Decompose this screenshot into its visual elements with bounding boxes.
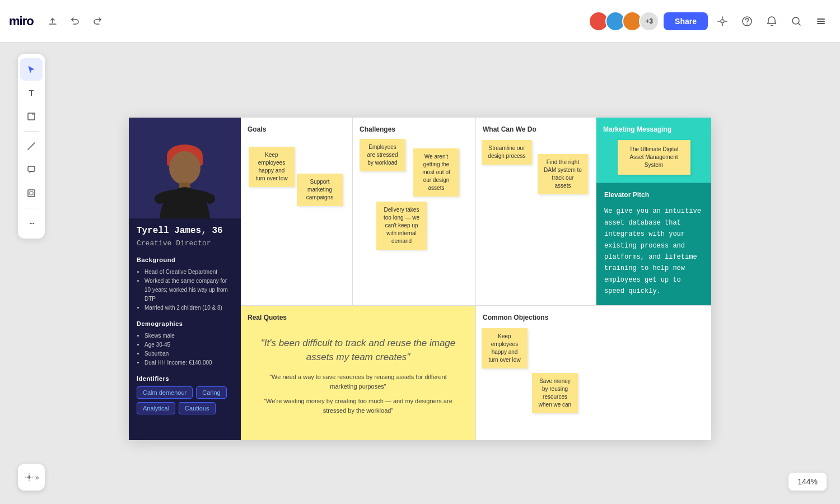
line-tool[interactable] [20,135,43,157]
objections-sticky-2: Save money by reusing resources when we … [532,373,578,413]
goals-section: Goals Keep employees happy and turn over… [241,118,353,305]
supporting-quote-1: "We need a way to save resources by reus… [256,372,460,392]
goals-sticky-2-text: Support marketing campaigns [306,179,333,200]
menu-icon-button[interactable] [811,11,831,31]
quotes-title: Real Quotes [248,314,469,321]
whatcando-title: What Can We Do [483,125,589,133]
challenges-sticky-3: Delivery takes too long — we can't keep … [376,202,427,250]
elevator-pitch-title: Elevator Pitch [604,191,703,199]
common-objections-section: Common Objections Keep employees happy a… [476,306,596,440]
real-quotes-section: Real Quotes "It's been difficult to trac… [241,306,476,440]
svg-rect-4 [817,18,825,20]
frame-tool[interactable] [20,182,43,204]
avatar-group: +3 [589,11,659,31]
svg-point-2 [746,24,748,25]
persona-info: Tyrell James, 36 Creative Director Backg… [129,218,241,421]
toolbar-right: +3 Share [589,11,831,31]
left-tools-panel: T ··· [18,54,45,239]
miro-logo: miro [9,14,34,29]
tag-cautious: Cautious [179,402,215,414]
demographics-list: Skews male Age 30-45 Suburban Dual HH In… [137,332,233,367]
elevator-pitch-text: We give you an intuitive asset database … [604,206,703,297]
marketing-messaging: Marketing Messaging The Ultimate Digital… [596,118,711,183]
svg-point-0 [721,20,724,23]
sticky-tool[interactable] [20,105,43,128]
identifiers-title: Identifiers [137,375,233,382]
demographics-item: Dual HH Income: €140.000 [144,358,233,367]
demographics-item: Skews male [144,332,233,340]
svg-rect-6 [817,23,825,24]
persona-photo [129,118,241,218]
svg-rect-9 [28,190,35,197]
goals-sticky-1: Keep employees happy and turn over low [249,147,295,187]
goals-sticky-2: Support marketing campaigns [297,174,343,206]
persona-card: Tyrell James, 36 Creative Director Backg… [129,118,241,440]
persona-name: Tyrell James, 36 [137,225,233,237]
goals-sticky-1-text: Keep employees happy and turn over low [255,152,287,181]
board-bottom-row: Real Quotes "It's been difficult to trac… [241,306,711,440]
expand-button[interactable]: » [18,464,45,491]
demographics-title: Demographics [137,320,233,327]
board: Tyrell James, 36 Creative Director Backg… [129,118,711,440]
whatcando-section: What Can We Do Streamline our design pro… [476,118,596,305]
challenges-section: Challenges Employees are stressed by wor… [353,118,476,305]
background-title: Background [137,256,233,263]
share-button[interactable]: Share [664,12,708,30]
tool-divider [24,131,39,132]
svg-rect-7 [28,113,35,120]
zoom-level: 144% [797,477,818,486]
goals-title: Goals [248,125,346,133]
svg-rect-5 [817,21,825,22]
background-item: Head of Creative Department [144,268,233,277]
cursor-tool[interactable] [20,58,43,81]
canvas-area: Tyrell James, 36 Creative Director Backg… [0,43,840,504]
redo-button[interactable] [87,11,108,31]
demographics-item: Age 30-45 [144,340,233,349]
challenges-sticky-1: Employees are stressed by workload [360,139,405,171]
challenges-title: Challenges [360,125,469,133]
undo-button[interactable] [65,11,85,31]
persona-tags: Calm demenour Caring Analytical Cautious [137,386,233,414]
whatcando-sticky-1: Streamline our design process [482,140,532,165]
svg-rect-10 [30,192,33,195]
objections-title: Common Objections [483,314,590,321]
marketing-title: Marketing Messaging [603,125,704,133]
svg-point-14 [169,151,200,185]
persona-title: Creative Director [137,239,233,248]
elevator-pitch: Elevator Pitch We give you an intuitive … [596,183,711,305]
svg-point-3 [792,17,799,24]
filter-icon-button[interactable] [712,11,732,31]
challenges-sticky-2: We aren't getting the most out of our de… [413,148,459,197]
search-icon-button[interactable] [786,11,806,31]
upload-button[interactable] [43,11,63,31]
board-top-row: Goals Keep employees happy and turn over… [241,118,711,305]
text-tool[interactable]: T [20,82,43,104]
demographics-item: Suburban [144,349,233,358]
tag-calm: Calm demenour [137,386,193,399]
bell-icon-button[interactable] [762,11,782,31]
svg-rect-8 [28,166,35,171]
whatcando-sticky-2: Find the right DAM system to track our a… [538,154,588,194]
main-quote: "It's been difficult to track and reuse … [248,328,469,372]
tag-analytical: Analytical [137,402,175,414]
supporting-quote-2: "We're wasting money by creating too muc… [256,396,460,416]
background-item: Married with 2 children (10 & 8) [144,304,233,312]
comment-tool[interactable] [20,158,43,181]
objections-sticky-1: Keep employees happy and turn over low [482,328,528,368]
avatar-plus[interactable]: +3 [639,11,659,31]
toolbar: miro +3 Share [0,0,840,43]
background-item: Worked at the same company for 10 years;… [144,277,233,304]
tool-divider-2 [24,208,39,208]
tag-caring: Caring [196,386,226,399]
marketing-panel: Marketing Messaging The Ultimate Digital… [596,118,711,305]
marketing-card: The Ultimate Digital Asset Management Sy… [618,140,690,175]
zoom-indicator: 144% [788,473,827,491]
board-sections: Goals Keep employees happy and turn over… [241,118,711,440]
background-list: Head of Creative Department Worked at th… [137,268,233,312]
help-icon-button[interactable] [737,11,757,31]
more-tools[interactable]: ··· [20,212,43,234]
